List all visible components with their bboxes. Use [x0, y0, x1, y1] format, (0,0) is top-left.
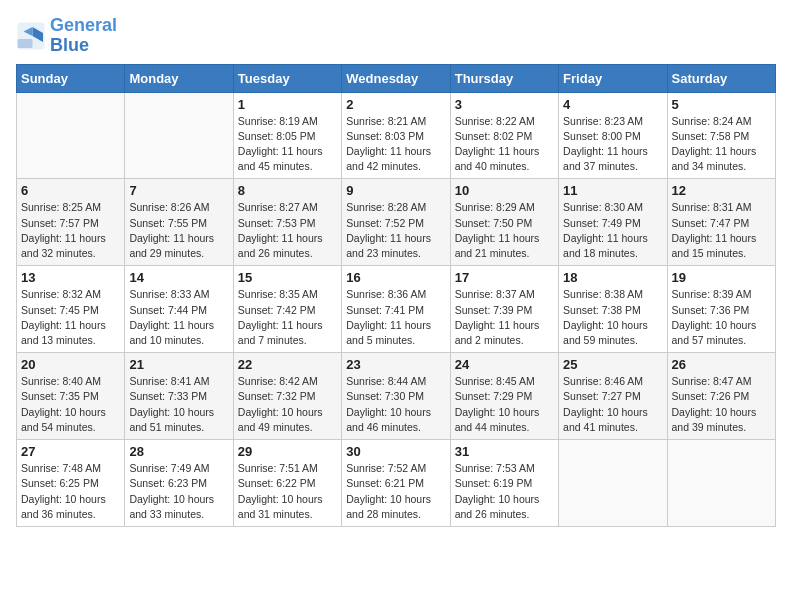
day-number: 2 — [346, 97, 445, 112]
col-header-saturday: Saturday — [667, 64, 775, 92]
day-cell: 2Sunrise: 8:21 AM Sunset: 8:03 PM Daylig… — [342, 92, 450, 179]
day-cell: 9Sunrise: 8:28 AM Sunset: 7:52 PM Daylig… — [342, 179, 450, 266]
day-info: Sunrise: 8:46 AM Sunset: 7:27 PM Dayligh… — [563, 374, 662, 435]
day-info: Sunrise: 8:36 AM Sunset: 7:41 PM Dayligh… — [346, 287, 445, 348]
day-info: Sunrise: 7:49 AM Sunset: 6:23 PM Dayligh… — [129, 461, 228, 522]
day-number: 18 — [563, 270, 662, 285]
day-number: 22 — [238, 357, 337, 372]
day-cell: 18Sunrise: 8:38 AM Sunset: 7:38 PM Dayli… — [559, 266, 667, 353]
day-cell: 29Sunrise: 7:51 AM Sunset: 6:22 PM Dayli… — [233, 440, 341, 527]
day-cell: 14Sunrise: 8:33 AM Sunset: 7:44 PM Dayli… — [125, 266, 233, 353]
week-row-1: 1Sunrise: 8:19 AM Sunset: 8:05 PM Daylig… — [17, 92, 776, 179]
day-info: Sunrise: 7:51 AM Sunset: 6:22 PM Dayligh… — [238, 461, 337, 522]
day-number: 9 — [346, 183, 445, 198]
logo-icon — [16, 21, 46, 51]
day-cell: 26Sunrise: 8:47 AM Sunset: 7:26 PM Dayli… — [667, 353, 775, 440]
day-cell: 5Sunrise: 8:24 AM Sunset: 7:58 PM Daylig… — [667, 92, 775, 179]
day-info: Sunrise: 7:48 AM Sunset: 6:25 PM Dayligh… — [21, 461, 120, 522]
day-cell: 27Sunrise: 7:48 AM Sunset: 6:25 PM Dayli… — [17, 440, 125, 527]
day-info: Sunrise: 7:53 AM Sunset: 6:19 PM Dayligh… — [455, 461, 554, 522]
day-info: Sunrise: 8:39 AM Sunset: 7:36 PM Dayligh… — [672, 287, 771, 348]
day-cell: 6Sunrise: 8:25 AM Sunset: 7:57 PM Daylig… — [17, 179, 125, 266]
day-info: Sunrise: 8:19 AM Sunset: 8:05 PM Dayligh… — [238, 114, 337, 175]
col-header-sunday: Sunday — [17, 64, 125, 92]
day-cell: 31Sunrise: 7:53 AM Sunset: 6:19 PM Dayli… — [450, 440, 558, 527]
day-info: Sunrise: 8:41 AM Sunset: 7:33 PM Dayligh… — [129, 374, 228, 435]
day-number: 28 — [129, 444, 228, 459]
day-number: 17 — [455, 270, 554, 285]
day-cell: 16Sunrise: 8:36 AM Sunset: 7:41 PM Dayli… — [342, 266, 450, 353]
day-cell: 15Sunrise: 8:35 AM Sunset: 7:42 PM Dayli… — [233, 266, 341, 353]
day-cell — [667, 440, 775, 527]
week-row-2: 6Sunrise: 8:25 AM Sunset: 7:57 PM Daylig… — [17, 179, 776, 266]
day-number: 1 — [238, 97, 337, 112]
col-header-monday: Monday — [125, 64, 233, 92]
day-info: Sunrise: 8:29 AM Sunset: 7:50 PM Dayligh… — [455, 200, 554, 261]
day-number: 30 — [346, 444, 445, 459]
day-cell: 23Sunrise: 8:44 AM Sunset: 7:30 PM Dayli… — [342, 353, 450, 440]
day-cell: 1Sunrise: 8:19 AM Sunset: 8:05 PM Daylig… — [233, 92, 341, 179]
logo-text: General Blue — [50, 16, 117, 56]
day-info: Sunrise: 8:28 AM Sunset: 7:52 PM Dayligh… — [346, 200, 445, 261]
calendar-table: SundayMondayTuesdayWednesdayThursdayFrid… — [16, 64, 776, 527]
day-cell: 11Sunrise: 8:30 AM Sunset: 7:49 PM Dayli… — [559, 179, 667, 266]
day-info: Sunrise: 8:32 AM Sunset: 7:45 PM Dayligh… — [21, 287, 120, 348]
day-cell: 3Sunrise: 8:22 AM Sunset: 8:02 PM Daylig… — [450, 92, 558, 179]
day-number: 20 — [21, 357, 120, 372]
day-info: Sunrise: 8:26 AM Sunset: 7:55 PM Dayligh… — [129, 200, 228, 261]
day-cell: 19Sunrise: 8:39 AM Sunset: 7:36 PM Dayli… — [667, 266, 775, 353]
day-number: 16 — [346, 270, 445, 285]
day-info: Sunrise: 8:30 AM Sunset: 7:49 PM Dayligh… — [563, 200, 662, 261]
col-header-thursday: Thursday — [450, 64, 558, 92]
day-info: Sunrise: 8:24 AM Sunset: 7:58 PM Dayligh… — [672, 114, 771, 175]
day-number: 10 — [455, 183, 554, 198]
col-header-friday: Friday — [559, 64, 667, 92]
week-row-3: 13Sunrise: 8:32 AM Sunset: 7:45 PM Dayli… — [17, 266, 776, 353]
day-info: Sunrise: 8:44 AM Sunset: 7:30 PM Dayligh… — [346, 374, 445, 435]
svg-rect-3 — [18, 39, 33, 48]
day-number: 14 — [129, 270, 228, 285]
day-cell: 7Sunrise: 8:26 AM Sunset: 7:55 PM Daylig… — [125, 179, 233, 266]
day-cell: 22Sunrise: 8:42 AM Sunset: 7:32 PM Dayli… — [233, 353, 341, 440]
day-number: 13 — [21, 270, 120, 285]
day-number: 6 — [21, 183, 120, 198]
day-info: Sunrise: 8:40 AM Sunset: 7:35 PM Dayligh… — [21, 374, 120, 435]
day-cell: 8Sunrise: 8:27 AM Sunset: 7:53 PM Daylig… — [233, 179, 341, 266]
day-cell: 10Sunrise: 8:29 AM Sunset: 7:50 PM Dayli… — [450, 179, 558, 266]
day-info: Sunrise: 8:47 AM Sunset: 7:26 PM Dayligh… — [672, 374, 771, 435]
day-number: 3 — [455, 97, 554, 112]
logo: General Blue — [16, 16, 117, 56]
day-cell: 28Sunrise: 7:49 AM Sunset: 6:23 PM Dayli… — [125, 440, 233, 527]
day-number: 12 — [672, 183, 771, 198]
day-number: 19 — [672, 270, 771, 285]
day-number: 21 — [129, 357, 228, 372]
col-header-wednesday: Wednesday — [342, 64, 450, 92]
header-row: SundayMondayTuesdayWednesdayThursdayFrid… — [17, 64, 776, 92]
day-cell: 24Sunrise: 8:45 AM Sunset: 7:29 PM Dayli… — [450, 353, 558, 440]
day-info: Sunrise: 8:35 AM Sunset: 7:42 PM Dayligh… — [238, 287, 337, 348]
day-cell: 17Sunrise: 8:37 AM Sunset: 7:39 PM Dayli… — [450, 266, 558, 353]
day-number: 24 — [455, 357, 554, 372]
day-cell: 25Sunrise: 8:46 AM Sunset: 7:27 PM Dayli… — [559, 353, 667, 440]
day-number: 5 — [672, 97, 771, 112]
day-info: Sunrise: 8:23 AM Sunset: 8:00 PM Dayligh… — [563, 114, 662, 175]
day-cell — [125, 92, 233, 179]
day-cell: 4Sunrise: 8:23 AM Sunset: 8:00 PM Daylig… — [559, 92, 667, 179]
day-number: 4 — [563, 97, 662, 112]
day-number: 29 — [238, 444, 337, 459]
week-row-4: 20Sunrise: 8:40 AM Sunset: 7:35 PM Dayli… — [17, 353, 776, 440]
day-info: Sunrise: 8:27 AM Sunset: 7:53 PM Dayligh… — [238, 200, 337, 261]
day-info: Sunrise: 8:22 AM Sunset: 8:02 PM Dayligh… — [455, 114, 554, 175]
day-cell: 20Sunrise: 8:40 AM Sunset: 7:35 PM Dayli… — [17, 353, 125, 440]
day-info: Sunrise: 8:33 AM Sunset: 7:44 PM Dayligh… — [129, 287, 228, 348]
day-info: Sunrise: 8:45 AM Sunset: 7:29 PM Dayligh… — [455, 374, 554, 435]
day-number: 27 — [21, 444, 120, 459]
day-cell — [17, 92, 125, 179]
day-number: 23 — [346, 357, 445, 372]
day-info: Sunrise: 8:42 AM Sunset: 7:32 PM Dayligh… — [238, 374, 337, 435]
day-info: Sunrise: 8:37 AM Sunset: 7:39 PM Dayligh… — [455, 287, 554, 348]
week-row-5: 27Sunrise: 7:48 AM Sunset: 6:25 PM Dayli… — [17, 440, 776, 527]
col-header-tuesday: Tuesday — [233, 64, 341, 92]
day-cell: 13Sunrise: 8:32 AM Sunset: 7:45 PM Dayli… — [17, 266, 125, 353]
page-header: General Blue — [16, 16, 776, 56]
